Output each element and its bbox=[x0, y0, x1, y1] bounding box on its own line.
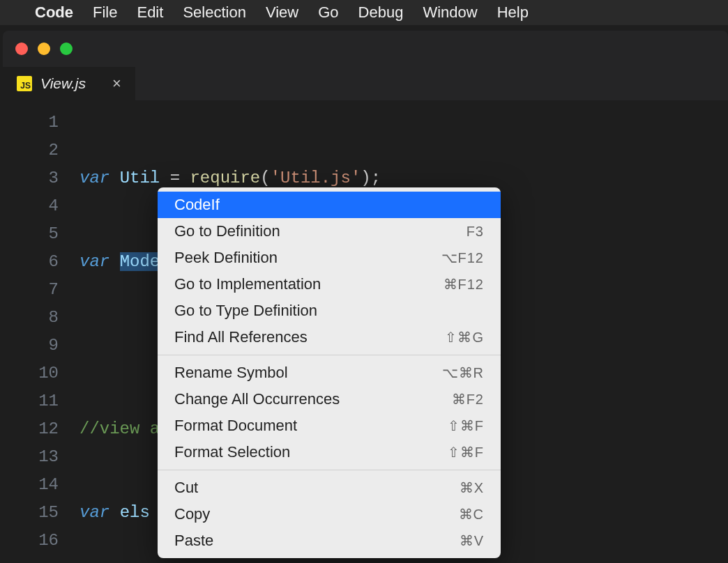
line-number: 11 bbox=[3, 387, 59, 415]
punct: ( bbox=[260, 169, 270, 187]
context-menu-item[interactable]: Go to Type Definition bbox=[158, 298, 501, 324]
context-menu-label: Peek Definition bbox=[174, 249, 278, 267]
menu-debug[interactable]: Debug bbox=[358, 3, 404, 22]
keyword: var bbox=[79, 503, 109, 522]
tab-close-icon[interactable]: × bbox=[112, 75, 121, 93]
context-menu-item[interactable]: Peek Definition⌥F12 bbox=[158, 245, 501, 271]
app-menu[interactable]: Code bbox=[35, 3, 73, 22]
keyword: var bbox=[79, 252, 109, 271]
context-menu-item[interactable]: Go to Implementation⌘F12 bbox=[158, 271, 501, 298]
context-menu-item[interactable]: Rename Symbol⌥⌘R bbox=[158, 360, 501, 386]
editor-window: JS View.js × 1 2 3 4 5 6 7 8 9 10 11 12 … bbox=[3, 31, 728, 563]
line-number: 10 bbox=[3, 360, 59, 387]
context-menu-label: Paste bbox=[174, 532, 213, 550]
menu-selection[interactable]: Selection bbox=[183, 3, 246, 22]
macos-menubar: Code File Edit Selection View Go Debug W… bbox=[0, 0, 728, 25]
window-close-icon[interactable] bbox=[15, 43, 28, 55]
line-number: 14 bbox=[3, 471, 59, 499]
line-number-gutter: 1 2 3 4 5 6 7 8 9 10 11 12 13 14 15 16 bbox=[3, 109, 79, 563]
line-number: 6 bbox=[3, 248, 59, 276]
line-number: 2 bbox=[3, 137, 59, 164]
line-number: 15 bbox=[3, 499, 59, 527]
menu-edit[interactable]: Edit bbox=[137, 3, 163, 22]
context-menu-label: Rename Symbol bbox=[174, 364, 288, 382]
menu-view[interactable]: View bbox=[266, 3, 298, 22]
context-menu-shortcut: ⌥F12 bbox=[441, 249, 484, 266]
line-number: 3 bbox=[3, 164, 59, 192]
window-zoom-icon[interactable] bbox=[60, 43, 73, 55]
context-menu-label: Change All Occurrences bbox=[174, 390, 340, 408]
keyword: var bbox=[79, 169, 109, 187]
context-menu-shortcut: ⌘F2 bbox=[452, 391, 484, 408]
line-number: 7 bbox=[3, 276, 59, 304]
window-minimize-icon[interactable] bbox=[38, 43, 50, 55]
function-call: require bbox=[190, 169, 260, 187]
context-menu-label: Cut bbox=[174, 479, 198, 497]
tab-bar: JS View.js × bbox=[3, 67, 728, 100]
line-number: 4 bbox=[3, 192, 59, 220]
context-menu-shortcut: ⇧⌘F bbox=[448, 417, 484, 434]
context-menu-shortcut: ⇧⌘G bbox=[445, 329, 484, 346]
context-menu-label: CodeIf bbox=[174, 196, 220, 214]
line-number: 16 bbox=[3, 527, 59, 555]
context-menu-item[interactable]: Format Document⇧⌘F bbox=[158, 412, 501, 439]
line-number: 5 bbox=[3, 220, 59, 248]
tab-filename: View.js bbox=[40, 75, 86, 92]
context-menu-item[interactable]: Paste⌘V bbox=[158, 527, 501, 554]
menu-help[interactable]: Help bbox=[497, 3, 529, 22]
identifier: els bbox=[120, 503, 150, 522]
context-menu-separator bbox=[158, 355, 501, 355]
context-menu-item[interactable]: Change All Occurrences⌘F2 bbox=[158, 386, 501, 412]
context-menu-shortcut: ⌘X bbox=[460, 479, 484, 496]
context-menu-label: Go to Type Definition bbox=[174, 302, 317, 320]
context-menu-item[interactable]: Cut⌘X bbox=[158, 475, 501, 501]
context-menu-item[interactable]: Go to DefinitionF3 bbox=[158, 218, 501, 245]
window-titlebar[interactable] bbox=[3, 31, 728, 67]
context-menu-shortcut: ⌘C bbox=[459, 506, 484, 523]
context-menu-label: Go to Implementation bbox=[174, 275, 321, 293]
javascript-file-icon: JS bbox=[17, 76, 32, 91]
line-number: 8 bbox=[3, 304, 59, 332]
context-menu-shortcut: ⌘V bbox=[460, 532, 484, 549]
context-menu-item[interactable]: Copy⌘C bbox=[158, 501, 501, 527]
context-menu-label: Copy bbox=[174, 505, 210, 523]
line-number: 13 bbox=[3, 443, 59, 471]
line-number: 1 bbox=[3, 109, 59, 137]
punct: ); bbox=[361, 169, 381, 187]
menu-file[interactable]: File bbox=[93, 3, 117, 22]
tab-view-js[interactable]: JS View.js × bbox=[3, 67, 135, 100]
menu-go[interactable]: Go bbox=[318, 3, 338, 22]
identifier: Util bbox=[120, 169, 160, 187]
context-menu-label: Format Document bbox=[174, 417, 297, 435]
editor-context-menu: CodeIfGo to DefinitionF3Peek Definition⌥… bbox=[158, 187, 501, 558]
context-menu-shortcut: F3 bbox=[467, 224, 484, 240]
context-menu-item[interactable]: CodeIf bbox=[158, 192, 501, 218]
menu-window[interactable]: Window bbox=[423, 3, 477, 22]
operator: = bbox=[160, 169, 190, 187]
line-number: 12 bbox=[3, 415, 59, 443]
context-menu-shortcut: ⌘F12 bbox=[443, 276, 484, 293]
context-menu-label: Format Selection bbox=[174, 443, 290, 461]
context-menu-shortcut: ⇧⌘F bbox=[448, 444, 484, 461]
context-menu-item[interactable]: Find All References⇧⌘G bbox=[158, 324, 501, 350]
context-menu-item[interactable]: Format Selection⇧⌘F bbox=[158, 439, 501, 465]
context-menu-label: Go to Definition bbox=[174, 222, 280, 240]
context-menu-label: Find All References bbox=[174, 328, 308, 346]
context-menu-shortcut: ⌥⌘R bbox=[442, 364, 484, 381]
context-menu-separator bbox=[158, 470, 501, 470]
line-number: 9 bbox=[3, 332, 59, 360]
string: 'Util.js' bbox=[271, 169, 361, 187]
